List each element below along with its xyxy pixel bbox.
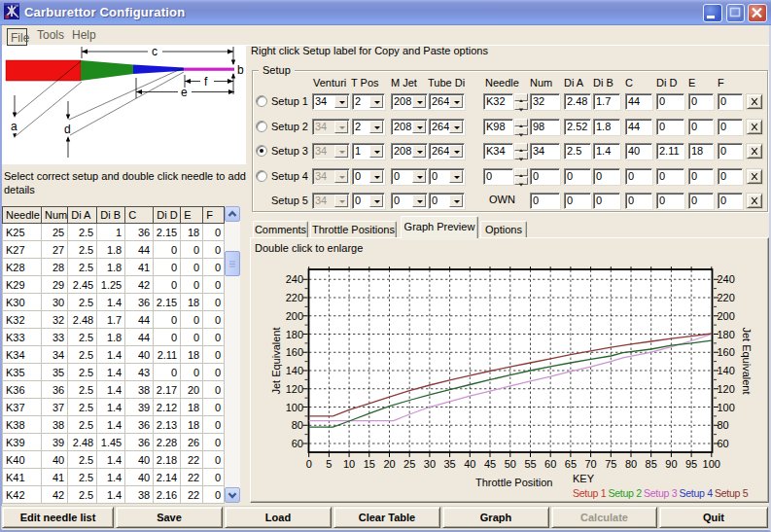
svg-text:75: 75 [605, 458, 616, 470]
svg-text:Setup 3: Setup 3 [644, 487, 678, 499]
svg-text:0: 0 [306, 458, 312, 470]
svg-text:25: 25 [403, 458, 415, 470]
svg-text:65: 65 [565, 458, 577, 470]
svg-text:160: 160 [718, 346, 735, 358]
svg-text:Throttle Position: Throttle Position [475, 477, 552, 488]
svg-text:120: 120 [286, 383, 303, 395]
svg-text:180: 180 [718, 329, 735, 340]
svg-text:70: 70 [584, 458, 596, 470]
svg-text:f: f [204, 75, 208, 89]
svg-text:Setup 4: Setup 4 [680, 487, 714, 499]
svg-text:140: 140 [718, 365, 735, 376]
svg-text:KEY: KEY [573, 473, 595, 484]
svg-text:200: 200 [286, 310, 303, 322]
svg-text:45: 45 [484, 458, 496, 470]
svg-text:Setup 1: Setup 1 [573, 487, 607, 499]
svg-text:85: 85 [646, 458, 657, 470]
svg-text:b: b [237, 63, 244, 77]
svg-text:55: 55 [524, 458, 536, 470]
svg-text:60: 60 [292, 438, 303, 449]
svg-text:90: 90 [665, 458, 677, 470]
svg-text:100: 100 [718, 402, 735, 413]
svg-text:c: c [152, 46, 158, 58]
svg-text:a: a [11, 120, 18, 133]
svg-text:60: 60 [544, 458, 556, 470]
svg-text:30: 30 [424, 458, 436, 470]
svg-text:180: 180 [286, 329, 303, 340]
svg-text:80: 80 [625, 458, 637, 470]
svg-text:Setup 5: Setup 5 [715, 487, 749, 499]
svg-text:95: 95 [685, 458, 697, 470]
svg-text:10: 10 [343, 458, 355, 470]
svg-text:Jet Equivalent: Jet Equivalent [741, 327, 753, 394]
svg-text:120: 120 [718, 383, 735, 395]
svg-text:80: 80 [292, 419, 303, 431]
svg-text:220: 220 [718, 292, 735, 303]
svg-text:200: 200 [718, 310, 735, 322]
svg-text:100: 100 [286, 402, 303, 413]
svg-text:80: 80 [718, 419, 729, 431]
svg-text:d: d [64, 123, 71, 136]
svg-text:35: 35 [443, 458, 455, 470]
svg-text:e: e [181, 86, 188, 99]
svg-text:240: 240 [286, 273, 303, 285]
svg-text:20: 20 [383, 458, 395, 470]
svg-text:60: 60 [718, 438, 729, 449]
svg-text:5: 5 [326, 458, 332, 470]
svg-text:160: 160 [286, 346, 303, 358]
svg-text:240: 240 [718, 273, 735, 285]
svg-text:40: 40 [464, 458, 475, 470]
svg-text:15: 15 [364, 458, 375, 470]
svg-text:100: 100 [703, 458, 720, 470]
svg-text:220: 220 [286, 292, 303, 303]
svg-text:Setup 2: Setup 2 [609, 487, 643, 499]
svg-text:Jet Equivalent: Jet Equivalent [270, 327, 282, 394]
svg-text:140: 140 [286, 365, 303, 376]
svg-text:50: 50 [505, 458, 516, 470]
